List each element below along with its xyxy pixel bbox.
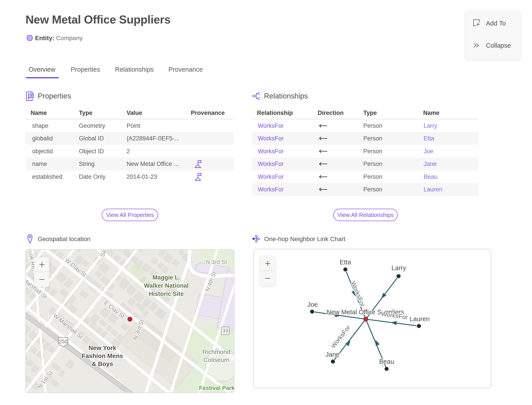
svg-text:Coliseum: Coliseum: [204, 357, 229, 363]
svg-text:33: 33: [222, 328, 228, 334]
svg-text:Etta: Etta: [339, 259, 351, 266]
svg-text:N 3rd St: N 3rd St: [206, 259, 227, 265]
svg-text:Joe: Joe: [307, 301, 318, 308]
svg-text:New York: New York: [88, 344, 116, 351]
svg-text:Jane: Jane: [326, 351, 339, 358]
svg-text:WorksFor: WorksFor: [381, 310, 408, 321]
svg-text:Richmond: Richmond: [202, 348, 230, 355]
svg-text:Larry: Larry: [392, 264, 406, 271]
svg-text:Beau: Beau: [379, 358, 394, 365]
svg-text:Walker National: Walker National: [144, 282, 189, 289]
svg-text:250: 250: [59, 339, 67, 344]
svg-text:Lauren: Lauren: [410, 315, 430, 323]
svg-text:Maggie L.: Maggie L.: [153, 274, 180, 281]
svg-text:Fashion Mens: Fashion Mens: [82, 352, 123, 359]
svg-text:WorksFor: WorksFor: [350, 280, 366, 308]
svg-text:& Boys: & Boys: [92, 360, 113, 367]
svg-text:Festival Park: Festival Park: [199, 385, 234, 391]
svg-text:Historic Site: Historic Site: [149, 290, 184, 297]
